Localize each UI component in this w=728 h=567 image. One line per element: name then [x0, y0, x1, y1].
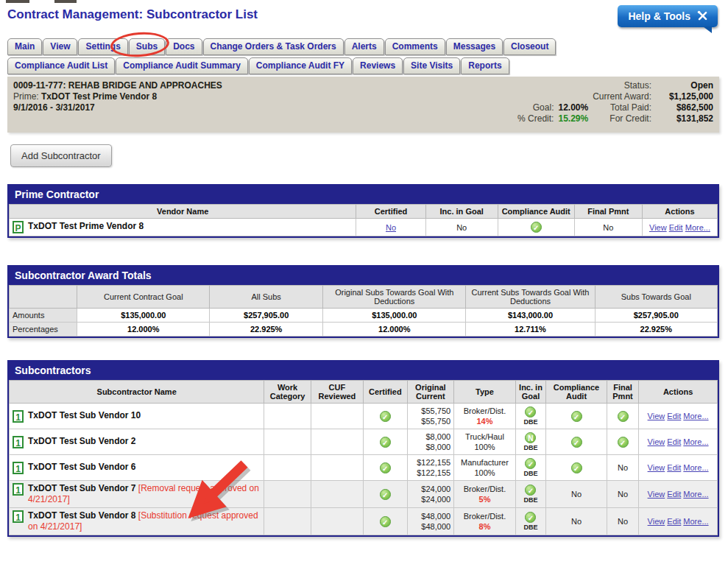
tab-reports[interactable]: Reports — [461, 57, 509, 74]
amount-value: $257,905.00 — [210, 309, 323, 323]
certified-link[interactable]: No — [386, 223, 396, 232]
edit-link[interactable]: Edit — [667, 517, 681, 526]
work-category-cell — [264, 508, 311, 535]
col-actions: Actions — [643, 205, 718, 219]
tab-compliance-audit-list[interactable]: Compliance Audit List — [7, 57, 115, 74]
col-certified: Certified — [356, 205, 425, 219]
edit-link[interactable]: Edit — [667, 437, 681, 446]
col-cuf-reviewed: CUF Reviewed — [311, 381, 363, 404]
view-link[interactable]: View — [648, 517, 665, 526]
tab-site-visits[interactable]: Site Visits — [403, 57, 460, 74]
certified-check-icon: ✓ — [380, 489, 391, 500]
view-link[interactable]: View — [648, 412, 665, 420]
compliance-audit-value: No — [546, 481, 607, 508]
compliance-check-icon: ✓ — [571, 462, 582, 473]
amount-value: $257,905.00 — [595, 309, 717, 323]
more-link[interactable]: More... — [683, 463, 708, 472]
original-current-cell: $55,750$55,750 — [407, 404, 453, 429]
view-link[interactable]: View — [648, 490, 665, 499]
tab-compliance-audit-summary[interactable]: Compliance Audit Summary — [116, 57, 248, 74]
sub-count-badge: 1 — [13, 410, 24, 423]
tab-view[interactable]: View — [43, 38, 77, 55]
col-vendor-name: Vendor Name — [10, 205, 356, 219]
col-subs-towards-goal: Subs Towards Goal — [595, 286, 717, 309]
compliance-audit-value: No — [546, 508, 607, 535]
screen-crop-artifact — [6, 0, 29, 3]
tab-docs[interactable]: Docs — [166, 38, 202, 55]
amounts-row: Amounts $135,000.00 $257,905.00 $135,000… — [10, 309, 718, 323]
view-link[interactable]: View — [648, 463, 665, 472]
tab-alerts[interactable]: Alerts — [344, 38, 384, 55]
edit-link[interactable]: Edit — [667, 412, 681, 420]
col-compliance-audit: Compliance Audit — [498, 205, 574, 219]
inc-goal-check-icon: ✓ — [525, 485, 536, 496]
tab-settings[interactable]: Settings — [78, 38, 127, 55]
tab-main[interactable]: Main — [7, 38, 42, 55]
col-blank — [10, 286, 77, 309]
tab-compliance-audit-fy[interactable]: Compliance Audit FY — [249, 57, 352, 74]
tab-messages[interactable]: Messages — [446, 38, 503, 55]
contract-dates: 9/1/2016 - 3/31/2017 — [13, 102, 95, 113]
more-link[interactable]: More... — [683, 490, 708, 499]
tab-change-orders[interactable]: Change Orders & Task Orders — [203, 38, 344, 55]
compliance-check-icon: ✓ — [571, 411, 582, 422]
col-work-category: Work Category — [264, 381, 311, 404]
col-original-current: Original Current — [407, 381, 453, 404]
credit-label: % Credit: — [517, 113, 554, 124]
more-link[interactable]: More... — [683, 412, 708, 420]
inc-in-goal-value: No — [425, 219, 498, 236]
tab-closeout[interactable]: Closeout — [503, 38, 556, 55]
help-tools-button[interactable]: Help & Tools — [618, 5, 718, 27]
award-totals-title: Subcontractor Award Totals — [9, 267, 718, 285]
status-value: Open — [656, 80, 713, 91]
inc-in-goal-cell: ✓ DBE — [515, 404, 545, 429]
more-link[interactable]: More... — [683, 517, 708, 526]
cuf-reviewed-cell — [311, 455, 363, 481]
type-cell: Truck/Haul100% — [454, 429, 516, 455]
more-link[interactable]: More... — [683, 437, 708, 446]
subcontractors-section: Subcontractors Subcontractor Name Work C… — [7, 360, 719, 537]
dbe-label: DBE — [519, 496, 543, 504]
edit-link[interactable]: Edit — [667, 463, 681, 472]
dbe-label: DBE — [519, 444, 543, 451]
tab-reviews[interactable]: Reviews — [353, 57, 403, 74]
col-certified: Certified — [364, 381, 408, 404]
compliance-check-icon: ✓ — [571, 437, 582, 448]
type-cell: Broker/Dist.14% — [454, 404, 516, 429]
edit-link[interactable]: Edit — [669, 223, 683, 232]
subcontractor-row: 1 TxDOT Test Sub Vendor 2 ✓ $8,000$8,000… — [10, 429, 718, 455]
original-current-cell: $24,000$24,000 — [407, 481, 453, 508]
sub-vendor-name: TxDOT Test Sub Vendor 2 — [28, 436, 135, 447]
more-link[interactable]: More... — [685, 223, 710, 232]
certified-check-icon: ✓ — [380, 462, 391, 473]
inc-in-goal-cell: ✓ DBE — [515, 508, 545, 535]
subcontractor-row-substitution-requested: 1 TxDOT Test Sub Vendor 8 [Substitution … — [10, 508, 718, 535]
edit-link[interactable]: Edit — [667, 490, 681, 499]
subcontractor-row: 1 TxDOT Test Sub Vendor 10 ✓ $55,750$55,… — [10, 404, 718, 429]
cuf-reviewed-cell — [311, 404, 363, 429]
total-paid-label: Total Paid: — [593, 102, 651, 113]
view-link[interactable]: View — [649, 223, 667, 232]
page-title: Contract Management: Subcontractor List — [7, 7, 258, 22]
subcontractor-row-removal-requested: 1 TxDOT Test Sub Vendor 7 [Removal reque… — [10, 481, 718, 508]
type-cell: Manufacturer100% — [454, 455, 516, 481]
prime-contractor-title: Prime Contractor — [9, 186, 718, 204]
tab-subs[interactable]: Subs — [129, 38, 165, 55]
prime-label: Prime: — [13, 91, 39, 102]
col-final-pmnt: Final Pmnt — [607, 381, 638, 404]
amounts-row-label: Amounts — [10, 309, 77, 323]
prime-badge-icon: P — [13, 221, 24, 233]
goal-label: Goal: — [517, 102, 554, 113]
percentage-value: 12.000% — [323, 323, 466, 337]
col-original-subs-towards-goal: Original Subs Towards Goal With Deductio… — [323, 286, 466, 309]
sub-vendor-name: TxDOT Test Sub Vendor 8 [Substitution re… — [28, 510, 261, 532]
dbe-label: DBE — [519, 524, 543, 531]
cuf-reviewed-cell — [311, 429, 363, 455]
inc-in-goal-cell: N DBE — [515, 429, 545, 455]
view-link[interactable]: View — [648, 437, 665, 446]
col-compliance-audit: Compliance Audit — [546, 381, 607, 404]
dbe-label: DBE — [519, 470, 543, 477]
tab-comments[interactable]: Comments — [385, 38, 445, 55]
add-subcontractor-button[interactable]: Add Subcontractor — [10, 144, 112, 167]
inc-in-goal-cell: ✓ DBE — [515, 455, 545, 481]
